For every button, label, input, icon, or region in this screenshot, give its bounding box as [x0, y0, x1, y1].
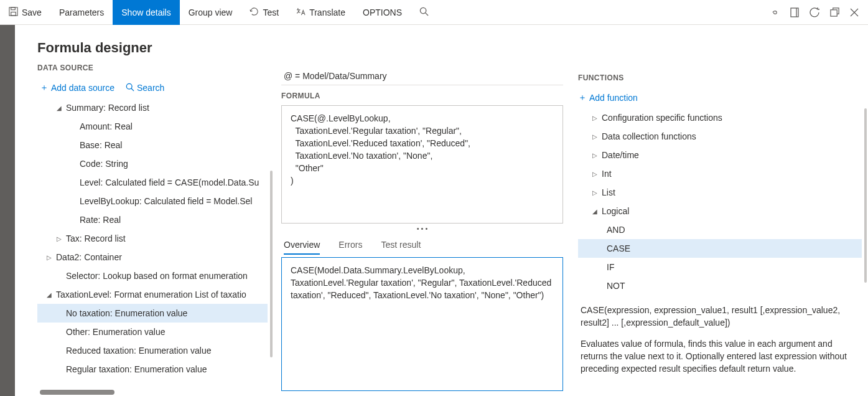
tab-errors[interactable]: Errors: [338, 236, 362, 255]
tree-code[interactable]: Code: String: [37, 154, 268, 173]
formula-editor[interactable]: CASE(@.LevelByLookup, TaxationLevel.'Reg…: [281, 105, 563, 224]
refresh-page-icon[interactable]: [805, 0, 824, 25]
test-label: Test: [263, 7, 279, 17]
func-group-int[interactable]: ▷Int: [578, 164, 862, 183]
func-group-data-collection[interactable]: ▷Data collection functions: [578, 127, 862, 146]
chevron-right-icon: ▷: [55, 235, 63, 242]
func-not[interactable]: NOT: [578, 276, 862, 295]
add-data-source-label: Add data source: [51, 83, 114, 93]
search-data-source-button[interactable]: Search: [126, 82, 164, 93]
popout-icon[interactable]: [824, 0, 844, 25]
search-icon: [419, 7, 429, 18]
functions-column: FUNCTIONS ＋ Add function ▷Configuration …: [576, 59, 868, 396]
page-title: Formula designer: [15, 25, 868, 59]
func-group-logical[interactable]: ◢Logical: [578, 202, 862, 220]
tree-taxation-level[interactable]: ◢TaxationLevel: Format enumeration List …: [37, 285, 268, 304]
overview-box[interactable]: CASE(Model.Data.Summary.LevelByLookup, T…: [281, 257, 563, 391]
translate-button[interactable]: Translate: [287, 0, 354, 25]
translate-label: Translate: [309, 7, 345, 17]
tree-level[interactable]: Level: Calculated field = CASE(model.Dat…: [37, 173, 268, 192]
tree-data2[interactable]: ▷Data2: Container: [37, 248, 268, 266]
translate-icon: [296, 7, 306, 18]
attach-icon[interactable]: [765, 0, 785, 25]
add-function-label: Add function: [589, 93, 638, 103]
function-help: CASE(expression, expression_value1, resu…: [578, 295, 862, 375]
tab-test-result[interactable]: Test result: [381, 236, 421, 255]
svg-rect-0: [9, 7, 17, 15]
tree-no-taxation[interactable]: No taxation: Enumeration value: [37, 304, 268, 323]
parameters-label: Parameters: [59, 7, 104, 17]
chevron-down-icon: ◢: [45, 291, 54, 298]
chevron-right-icon: ▷: [590, 189, 599, 196]
tree-reduced[interactable]: Reduced taxation: Enumeration value: [37, 341, 268, 360]
tree-selector[interactable]: Selector: Lookup based on format enumera…: [37, 266, 268, 285]
chevron-down-icon: ◢: [590, 208, 599, 215]
close-icon[interactable]: [844, 0, 864, 25]
chevron-right-icon: ▷: [590, 152, 599, 159]
svg-rect-2: [11, 7, 16, 9]
main-area: Formula designer DATA SOURCE ＋ Add data …: [0, 25, 868, 396]
func-group-list[interactable]: ▷List: [578, 183, 862, 202]
formula-label: FORMULA: [281, 85, 563, 105]
data-source-label: DATA SOURCE: [37, 59, 274, 77]
tree-amount[interactable]: Amount: Real: [37, 117, 268, 136]
svg-rect-5: [830, 10, 836, 16]
left-strip: [0, 25, 15, 396]
plus-icon: ＋: [40, 82, 49, 93]
content: Formula designer DATA SOURCE ＋ Add data …: [15, 25, 868, 396]
office-icon[interactable]: [785, 0, 805, 25]
chevron-right-icon: ▷: [590, 115, 599, 121]
functions-label: FUNCTIONS: [578, 68, 862, 87]
toolbar-search-button[interactable]: [411, 0, 437, 25]
func-and[interactable]: AND: [578, 220, 862, 239]
show-details-button[interactable]: Show details: [113, 0, 179, 25]
show-details-label: Show details: [121, 7, 170, 17]
search-icon: [126, 83, 134, 93]
split-handle[interactable]: • • •: [281, 224, 563, 233]
search-data-source-label: Search: [137, 83, 164, 93]
save-button[interactable]: Save: [0, 0, 50, 25]
options-label: OPTIONS: [363, 7, 402, 17]
refresh-icon: [250, 7, 259, 18]
function-signature: CASE(expression, expression_value1, resu…: [581, 304, 859, 329]
add-function-button[interactable]: ＋ Add function: [578, 92, 638, 103]
chevron-right-icon: ▷: [590, 171, 599, 177]
three-column-layout: DATA SOURCE ＋ Add data source Search: [15, 59, 868, 396]
func-group-date-time[interactable]: ▷Date/time: [578, 146, 862, 164]
save-label: Save: [22, 7, 42, 17]
data-source-column: DATA SOURCE ＋ Add data source Search: [37, 59, 274, 396]
func-group-config[interactable]: ▷Configuration specific functions: [578, 108, 862, 127]
svg-rect-1: [11, 12, 16, 16]
group-view-label: Group view: [189, 7, 233, 17]
formula-context: @ = Model/Data/Summary: [281, 68, 563, 85]
save-icon: [9, 7, 18, 18]
func-if[interactable]: IF: [578, 258, 862, 276]
tree-summary[interactable]: ◢Summary: Record list: [37, 98, 268, 117]
chevron-right-icon: ▷: [45, 254, 54, 261]
tree-regular[interactable]: Regular taxation: Enumeration value: [37, 360, 268, 379]
group-view-button[interactable]: Group view: [180, 0, 241, 25]
top-toolbar: Save Parameters Show details Group view …: [0, 0, 868, 25]
data-source-hscroll[interactable]: [37, 389, 274, 396]
functions-tree[interactable]: ▷Configuration specific functions ▷Data …: [578, 108, 862, 295]
result-tabs: Overview Errors Test result: [281, 233, 563, 255]
add-data-source-button[interactable]: ＋ Add data source: [40, 82, 114, 93]
tree-base[interactable]: Base: Real: [37, 136, 268, 154]
tab-overview[interactable]: Overview: [284, 236, 320, 255]
func-case[interactable]: CASE: [578, 239, 862, 258]
data-source-tree[interactable]: ◢Summary: Record list Amount: Real Base:…: [37, 98, 274, 389]
svg-rect-4: [791, 8, 798, 17]
tree-tax[interactable]: ▷Tax: Record list: [37, 229, 268, 248]
plus-icon: ＋: [578, 92, 587, 103]
function-description: Evaluates value of formula, finds this v…: [581, 337, 859, 375]
formula-column: @ = Model/Data/Summary FORMULA CASE(@.Le…: [274, 59, 576, 396]
tree-other[interactable]: Other: Enumeration value: [37, 323, 268, 341]
chevron-right-icon: ▷: [590, 133, 599, 140]
tree-rate[interactable]: Rate: Real: [37, 210, 268, 229]
options-button[interactable]: OPTIONS: [354, 0, 411, 25]
chevron-down-icon: ◢: [55, 105, 63, 111]
tree-level-by-lookup[interactable]: LevelByLookup: Calculated field = Model.…: [37, 192, 268, 210]
test-button[interactable]: Test: [241, 0, 287, 25]
parameters-button[interactable]: Parameters: [50, 0, 113, 25]
